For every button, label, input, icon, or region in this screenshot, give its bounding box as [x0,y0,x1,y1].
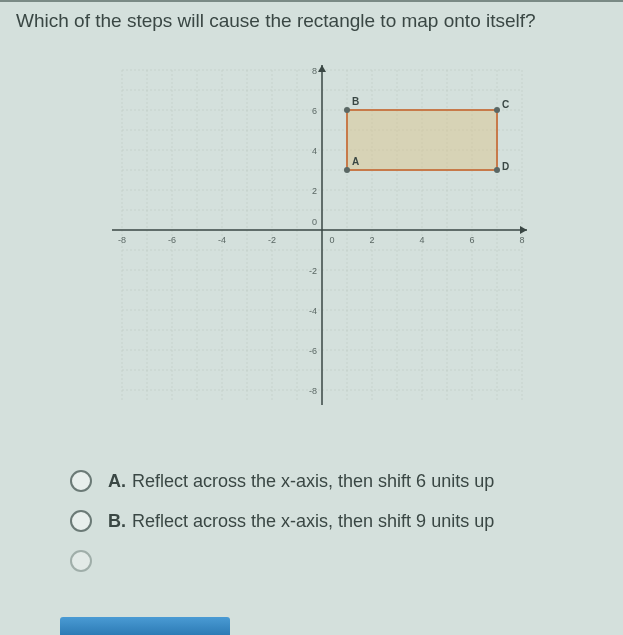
tick-x: -6 [167,235,175,245]
radio-icon [70,550,92,572]
tick-origin: 0 [329,235,334,245]
question-text: Which of the steps will cause the rectan… [0,2,623,40]
svg-marker-33 [318,65,326,72]
svg-marker-32 [520,226,527,234]
tick-y: 4 [311,146,316,156]
tick-x: -8 [117,235,125,245]
option-letter: A. [108,471,126,491]
tick-x: 2 [369,235,374,245]
option-b[interactable]: B.Reflect across the x-axis, then shift … [70,510,623,532]
tick-x: 4 [419,235,424,245]
radio-icon [70,510,92,532]
tick-x: 6 [469,235,474,245]
tick-y: 8 [311,66,316,76]
tick-y: -4 [308,306,316,316]
radio-icon [70,470,92,492]
tick-x: -4 [217,235,225,245]
option-text: Reflect across the x-axis, then shift 6 … [132,471,494,491]
tick-y: 2 [311,186,316,196]
label-c: C [502,99,509,110]
vertex-d [494,167,500,173]
tick-y: 0 [311,217,316,227]
option-text: Reflect across the x-axis, then shift 9 … [132,511,494,531]
label-b: B [352,96,359,107]
vertex-a [344,167,350,173]
vertex-b [344,107,350,113]
tick-y: -6 [308,346,316,356]
option-c-partial[interactable] [70,550,623,572]
option-a[interactable]: A.Reflect across the x-axis, then shift … [70,470,623,492]
tick-y: -8 [308,386,316,396]
tick-y: 6 [311,106,316,116]
vertex-c [494,107,500,113]
tick-x: -2 [267,235,275,245]
bottom-button-bar[interactable] [60,617,230,635]
option-letter: B. [108,511,126,531]
label-d: D [502,161,509,172]
rectangle-abcd [347,110,497,170]
tick-y: -2 [308,266,316,276]
tick-x: 8 [519,235,524,245]
coordinate-graph: -8 -6 -4 -2 0 2 4 6 8 8 6 4 2 0 -2 -4 -6… [92,50,532,420]
label-a: A [352,156,359,167]
